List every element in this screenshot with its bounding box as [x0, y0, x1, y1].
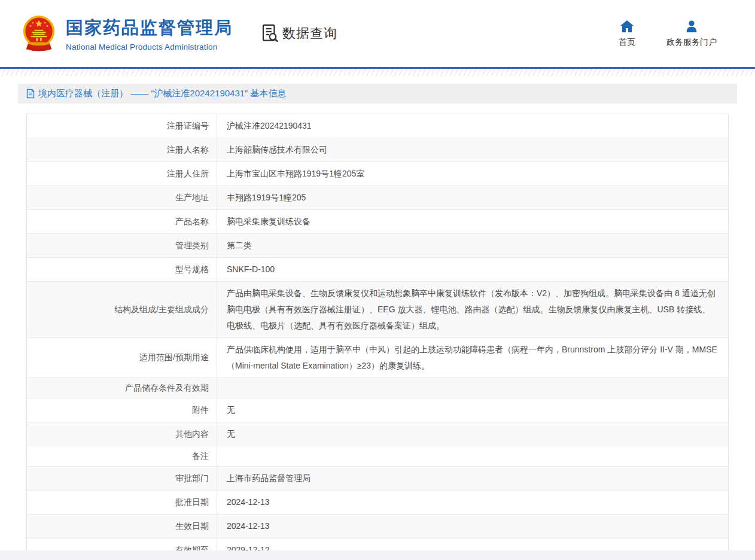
row-value-text: 产品供临床机构使用，适用于脑卒中（中风）引起的上肢运动功能障碍患者（病程一年内，… [227, 342, 719, 374]
row-label: 注册证编号 [27, 114, 217, 138]
row-label: 其他内容 [27, 422, 217, 446]
table-row: 注册人住所上海市宝山区丰翔路1919号1幢205室 [27, 162, 728, 185]
table-row: 附件无 [27, 398, 728, 422]
home-icon [620, 20, 634, 33]
row-value: 上海市宝山区丰翔路1919号1幢205室 [217, 162, 728, 185]
table-row: 管理类别第二类 [27, 233, 728, 257]
row-value-text: 2024-12-13 [227, 494, 270, 510]
table-row: 产品储存条件及有效期 [27, 378, 728, 398]
row-value-text: 无 [227, 426, 235, 442]
row-label-text: 审批部门 [175, 473, 209, 484]
row-label-text: 适用范围/预期用途 [139, 352, 209, 363]
row-label-text: 产品储存条件及有效期 [125, 383, 209, 394]
row-label: 适用范围/预期用途 [27, 338, 217, 378]
brand-block: 国家药品监督管理局 National Medical Products Admi… [66, 16, 233, 51]
row-label: 备注 [27, 446, 217, 466]
nmpa-emblem-logo [20, 14, 57, 53]
row-label: 产品储存条件及有效期 [27, 378, 217, 398]
row-value [217, 378, 728, 398]
row-label: 注册人名称 [27, 138, 217, 162]
row-label-text: 批准日期 [175, 497, 209, 508]
row-label: 型号规格 [27, 258, 217, 281]
row-value: 2024-12-13 [217, 515, 728, 538]
row-label-text: 备注 [192, 451, 209, 462]
row-label-text: 生产地址 [175, 193, 209, 203]
row-value: 上海市药品监督管理局 [217, 467, 728, 490]
table-row: 适用范围/预期用途产品供临床机构使用，适用于脑卒中（中风）引起的上肢运动功能障碍… [27, 337, 728, 378]
row-value: 脑电采集康复训练设备 [217, 210, 728, 233]
row-value: 产品供临床机构使用，适用于脑卒中（中风）引起的上肢运动功能障碍患者（病程一年内，… [217, 338, 728, 378]
nav-gov-portal[interactable]: 政务服务门户 [666, 20, 717, 48]
breadcrumb: 境内医疗器械（注册） —— “沪械注准20242190431” 基本信息 [18, 84, 737, 104]
row-value: 第二类 [217, 234, 728, 257]
main-content: 境内医疗器械（注册） —— “沪械注准20242190431” 基本信息 注册证… [18, 84, 737, 560]
document-search-icon [261, 24, 279, 43]
row-value: 丰翔路1919号1幢205 [217, 186, 728, 209]
org-name-cn: 国家药品监督管理局 [66, 16, 233, 40]
table-row: 注册证编号沪械注准20242190431 [27, 114, 728, 138]
row-label: 产品名称 [27, 210, 217, 233]
row-label-text: 结构及组成/主要组成成分 [114, 305, 209, 315]
row-value-text: 脑电采集康复训练设备 [227, 214, 310, 230]
row-label: 结构及组成/主要组成成分 [27, 282, 217, 337]
table-row: 其他内容无 [27, 422, 728, 446]
row-label-text: 其他内容 [175, 429, 209, 440]
row-label: 注册人住所 [27, 162, 217, 185]
table-row: 注册人名称上海韶脑传感技术有限公司 [27, 138, 728, 162]
row-label-text: 型号规格 [175, 264, 209, 275]
row-value-text: 无 [227, 402, 235, 418]
row-label: 附件 [27, 398, 217, 422]
org-name-en: National Medical Products Administration [66, 42, 233, 51]
data-query-heading: 数据查询 [261, 24, 337, 43]
row-label-text: 附件 [192, 405, 209, 416]
row-label: 批准日期 [27, 491, 217, 514]
row-value-text: 丰翔路1919号1幢205 [227, 190, 306, 206]
row-value-text: SNKF-D-100 [227, 261, 275, 278]
row-value: 产品由脑电采集设备、生物反馈康复仪和运动想象脑卒中康复训练软件（发布版本：V2）… [217, 282, 728, 337]
row-label: 管理类别 [27, 234, 217, 257]
header-hatch-band [0, 69, 755, 76]
page-footer-band [0, 550, 755, 560]
nav-home[interactable]: 首页 [619, 20, 635, 48]
table-row: 结构及组成/主要组成成分产品由脑电采集设备、生物反馈康复仪和运动想象脑卒中康复训… [27, 281, 728, 337]
data-query-label: 数据查询 [282, 25, 337, 42]
page-title: 境内医疗器械（注册） —— “沪械注准20242190431” 基本信息 [38, 88, 286, 99]
page-header: 国家药品监督管理局 National Medical Products Admi… [0, 0, 755, 67]
row-value: 2024-12-13 [217, 491, 728, 514]
row-value: 无 [217, 398, 728, 422]
table-row: 审批部门上海市药品监督管理局 [27, 466, 728, 490]
nav-gov-portal-label: 政务服务门户 [666, 37, 717, 48]
row-value-text: 沪械注准20242190431 [227, 118, 312, 134]
row-value: 无 [217, 422, 728, 446]
row-label-text: 注册人住所 [167, 169, 209, 179]
row-value-text: 第二类 [227, 238, 252, 254]
row-label-text: 管理类别 [175, 241, 209, 251]
table-row: 生效日期2024-12-13 [27, 514, 728, 538]
row-label: 生效日期 [27, 515, 217, 538]
row-label-text: 注册人名称 [167, 145, 209, 156]
table-row: 备注 [27, 446, 728, 466]
row-label-text: 注册证编号 [167, 121, 209, 132]
registration-info-table: 注册证编号沪械注准20242190431注册人名称上海韶脑传感技术有限公司注册人… [26, 114, 729, 560]
table-row: 产品名称脑电采集康复训练设备 [27, 209, 728, 233]
row-value-text: 上海韶脑传感技术有限公司 [227, 142, 327, 158]
nav-home-label: 首页 [619, 37, 635, 48]
row-value: 上海韶脑传感技术有限公司 [217, 138, 728, 162]
row-value-text: 上海市药品监督管理局 [227, 470, 310, 486]
row-label: 审批部门 [27, 467, 217, 490]
user-icon [685, 20, 698, 33]
row-value: 沪械注准20242190431 [217, 114, 728, 138]
row-value-text: 产品由脑电采集设备、生物反馈康复仪和运动想象脑卒中康复训练软件（发布版本：V2）… [227, 285, 719, 334]
row-label-text: 产品名称 [175, 217, 209, 227]
file-icon [26, 89, 35, 99]
row-label-text: 生效日期 [175, 521, 209, 532]
row-value-text: 2024-12-13 [227, 518, 270, 534]
row-value: SNKF-D-100 [217, 258, 728, 281]
row-value-text: 上海市宝山区丰翔路1919号1幢205室 [227, 166, 364, 182]
table-row: 批准日期2024-12-13 [27, 490, 728, 514]
table-row: 生产地址丰翔路1919号1幢205 [27, 185, 728, 209]
row-value [217, 446, 728, 466]
row-label: 生产地址 [27, 186, 217, 209]
table-row: 型号规格SNKF-D-100 [27, 257, 728, 281]
